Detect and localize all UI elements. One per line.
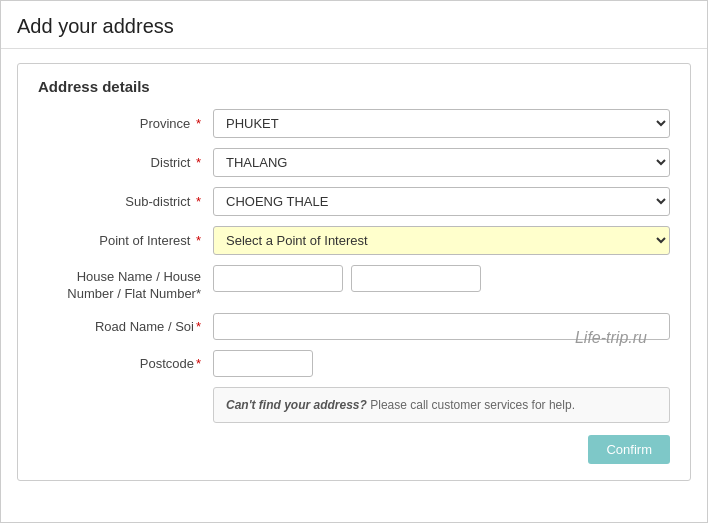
province-label: Province *: [38, 116, 213, 131]
info-sub-message: Please call customer services for help.: [367, 398, 575, 412]
postcode-field: [213, 350, 670, 377]
subdistrict-label: Sub-district *: [38, 194, 213, 209]
house-name-input[interactable]: [213, 265, 343, 292]
road-name-row: Road Name / Soi*: [38, 313, 670, 340]
house-number-field: [213, 265, 670, 292]
road-name-field: [213, 313, 670, 340]
house-number-input[interactable]: [351, 265, 481, 292]
poi-field: Select a Point of Interest: [213, 226, 670, 255]
info-message: Can't find your address?: [226, 398, 367, 412]
house-number-label: House Name / House Number / Flat Number*: [38, 265, 213, 303]
footer-row: Confirm: [38, 435, 670, 464]
province-row: Province * PHUKET: [38, 109, 670, 138]
road-name-label: Road Name / Soi*: [38, 319, 213, 334]
subdistrict-row: Sub-district * CHOENG THALE: [38, 187, 670, 216]
house-number-row: House Name / House Number / Flat Number*: [38, 265, 670, 303]
district-select[interactable]: THALANG: [213, 148, 670, 177]
district-label: District *: [38, 155, 213, 170]
subdistrict-select[interactable]: CHOENG THALE: [213, 187, 670, 216]
poi-select[interactable]: Select a Point of Interest: [213, 226, 670, 255]
province-field: PHUKET: [213, 109, 670, 138]
district-field: THALANG: [213, 148, 670, 177]
info-row: Can't find your address? Please call cus…: [213, 387, 670, 423]
postcode-label: Postcode*: [38, 356, 213, 371]
poi-label: Point of Interest *: [38, 233, 213, 248]
section-title: Address details: [38, 78, 670, 95]
province-select[interactable]: PHUKET: [213, 109, 670, 138]
page-title: Add your address: [17, 15, 691, 38]
subdistrict-field: CHOENG THALE: [213, 187, 670, 216]
district-row: District * THALANG: [38, 148, 670, 177]
info-box: Can't find your address? Please call cus…: [213, 387, 670, 423]
postcode-row: Postcode*: [38, 350, 670, 377]
confirm-button[interactable]: Confirm: [588, 435, 670, 464]
road-name-input[interactable]: [213, 313, 670, 340]
poi-row: Point of Interest * Select a Point of In…: [38, 226, 670, 255]
postcode-input[interactable]: [213, 350, 313, 377]
